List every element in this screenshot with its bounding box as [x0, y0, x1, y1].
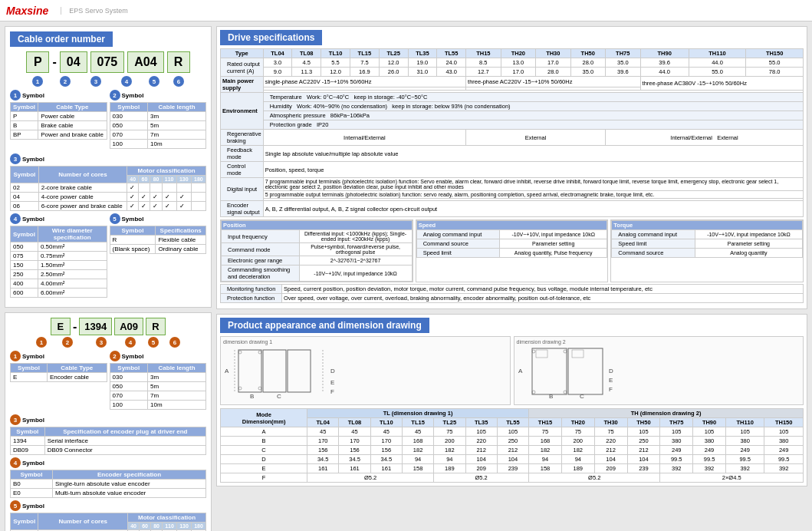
- code-num-e: 1 2 3 4 5 6: [10, 337, 206, 348]
- torque-table: Torque Analog command input-10V~+10V, in…: [611, 220, 803, 258]
- right-panel: Drive specifications Type TL04TL08TL10TL…: [216, 26, 807, 531]
- p-s4-table: SymbolWire diameter specification 0500.5…: [10, 226, 107, 298]
- table-row: E0: [11, 489, 53, 498]
- table-row: 1394: [11, 437, 45, 446]
- table-row: 04: [11, 193, 39, 202]
- table-row: B: [11, 121, 38, 130]
- code-cell-a09: A09: [114, 318, 143, 335]
- code-cell-a04: A04: [127, 51, 163, 73]
- main-area: Cable order number P - 04 075 A04 R 1 2 …: [0, 21, 812, 531]
- e-s3-label: 3Symbol: [10, 414, 206, 425]
- p-s2-table: SymbolCable length 0303m 0505m 0707m 100…: [110, 102, 207, 149]
- table-row: 100: [110, 401, 148, 410]
- position-table: Position Input frequencyDifferential inp…: [221, 220, 413, 282]
- p-s3-label: 3Symbol: [10, 153, 206, 164]
- svg-text:A: A: [225, 368, 229, 374]
- p-sections-row2: 4Symbol SymbolWire diameter specificatio…: [10, 213, 206, 300]
- code-cell-r: R: [167, 51, 190, 73]
- page: Maxsine EPS Servo System Cable order num…: [0, 0, 812, 531]
- svg-point-24: [532, 391, 535, 394]
- e-s4-table: SymbolEncoder specification B0Single-tur…: [10, 470, 206, 498]
- table-row: DB09: [11, 446, 45, 455]
- p-s2-label: 2Symbol: [110, 90, 207, 101]
- p-s1-label: 1Symbol: [10, 90, 107, 101]
- table-row: 030: [110, 373, 148, 382]
- p-section5: 5Symbol SymbolSpecifications RFlexible c…: [110, 213, 207, 300]
- table-row: 070: [110, 391, 148, 401]
- svg-text:E: E: [330, 379, 334, 386]
- e-s2-table: SymbolCable length 0303m 0505m 0707m 100…: [110, 363, 207, 410]
- e-section5: 5Symbol Symbol Number of cores Motor cla…: [10, 500, 206, 531]
- p-section2: 2Symbol SymbolCable length 0303m 0505m 0…: [110, 90, 207, 151]
- circle-5: 5: [149, 76, 159, 87]
- svg-text:F: F: [609, 386, 613, 393]
- p-s1-table: SymbolCable Type PPower cable BBrake cab…: [10, 102, 107, 140]
- table-row: 150: [11, 261, 38, 270]
- table-row: R: [110, 236, 156, 245]
- table-row: BP: [11, 130, 38, 140]
- table-row: B0: [11, 480, 53, 489]
- position-table-container: Position Input frequencyDifferential inp…: [220, 219, 413, 282]
- circle-3: 3: [90, 76, 101, 87]
- table-row: 050: [110, 382, 148, 391]
- code-num-p: 1 2 3 4 5 6: [10, 76, 206, 87]
- e-s3-table: SymbolSpecification of encoder plug at d…: [10, 427, 206, 455]
- e-s4-label: 4Symbol: [10, 457, 206, 468]
- circle-2: 2: [60, 76, 71, 87]
- e-s1-label: 1Symbol: [10, 351, 107, 361]
- table-row: 400: [11, 279, 38, 289]
- svg-rect-0: [238, 350, 261, 392]
- circle-4: 4: [121, 76, 132, 87]
- drawing-box-1: dimension drawing 1 A B C: [220, 336, 511, 405]
- svg-point-6: [238, 351, 242, 354]
- table-row: P: [11, 112, 38, 121]
- circle-e2: 2: [62, 337, 73, 348]
- code-display-e: E - 1394 A09 R: [10, 318, 206, 335]
- e-section2: 2Symbol SymbolCable length 0303m 0505m 0…: [110, 351, 207, 412]
- drive-spec-table: Type TL04TL08TL10TL15TL25TL35TL55 TH15TH…: [220, 48, 804, 217]
- table-row: 050: [11, 242, 38, 252]
- svg-rect-1: [263, 350, 286, 392]
- e-s1-table: SymbolCable Type EEncoder cable: [10, 363, 107, 382]
- code-cell-1394: 1394: [79, 318, 112, 335]
- drive-spec-section: Drive specifications Type TL04TL08TL10TL…: [216, 26, 807, 309]
- product-drawing-title: Product appearance and dimension drawing: [220, 318, 429, 333]
- table-row: 030: [110, 112, 148, 121]
- svg-point-23: [564, 350, 567, 353]
- circle-e4: 4: [125, 337, 136, 348]
- svg-text:C: C: [277, 393, 281, 400]
- svg-point-25: [564, 391, 567, 394]
- cable-order-title: Cable order number: [10, 31, 113, 47]
- svg-text:B: B: [549, 393, 553, 400]
- table-row: 050: [110, 121, 148, 130]
- circle-e5: 5: [148, 337, 159, 348]
- svg-rect-15: [532, 348, 567, 394]
- e-section3: 3Symbol SymbolSpecification of encoder p…: [10, 414, 206, 455]
- circle-e1: 1: [36, 337, 47, 348]
- p-s5-label: 5Symbol: [110, 213, 207, 224]
- circle-6: 6: [173, 76, 184, 87]
- p-s4-label: 4Symbol: [10, 213, 107, 224]
- p-section1: 1Symbol SymbolCable Type PPower cable BB…: [10, 90, 107, 151]
- table-row: 02: [11, 183, 39, 193]
- circle-e6: 6: [169, 337, 180, 348]
- svg-rect-18: [572, 350, 584, 358]
- drive-sub-tables: Position Input frequencyDifferential inp…: [220, 219, 804, 282]
- table-row: 45: [307, 427, 339, 437]
- code-display-p: P - 04 075 A04 R: [10, 51, 206, 73]
- svg-point-7: [258, 351, 261, 354]
- code-cell-075: 075: [90, 51, 125, 73]
- table-row: E: [11, 373, 48, 382]
- p-section3: 3Symbol Symbol Number of cores Motor cla…: [10, 153, 206, 211]
- drawing-area: dimension drawing 1 A B C: [220, 336, 804, 405]
- cable-order-p-box: Cable order number P - 04 075 A04 R 1 2 …: [5, 26, 212, 308]
- e-section4: 4Symbol SymbolEncoder specification B0Si…: [10, 457, 206, 498]
- svg-text:D: D: [609, 368, 613, 374]
- table-row: 3.0: [263, 58, 292, 68]
- e-sections-row1: 1Symbol SymbolCable Type EEncoder cable …: [10, 351, 206, 412]
- topbar-subtitle: EPS Servo System: [61, 7, 128, 15]
- cable-order-e-box: E - 1394 A09 R 1 2 3 4 5 6: [5, 312, 212, 531]
- circle-e3: 3: [96, 337, 107, 348]
- e-s2-label: 2Symbol: [110, 351, 207, 361]
- code-cell-e: E: [51, 318, 71, 335]
